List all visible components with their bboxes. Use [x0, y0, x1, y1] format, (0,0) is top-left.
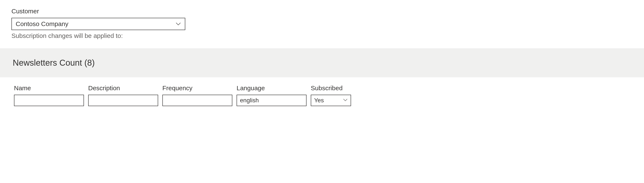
filter-input-frequency[interactable]	[162, 95, 232, 106]
newsletters-section-header: Newsletters Count (8)	[0, 48, 644, 77]
chevron-down-icon	[176, 21, 181, 27]
customer-dropdown-value: Contoso Company	[16, 20, 176, 27]
filter-input-description[interactable]	[88, 95, 158, 106]
filter-label-language: Language	[236, 85, 306, 92]
filter-input-name[interactable]	[14, 95, 84, 106]
customer-dropdown[interactable]: Contoso Company	[12, 18, 185, 30]
filter-col-subscribed: Subscribed Yes	[311, 85, 351, 106]
customer-field-group: Customer Contoso Company Subscription ch…	[0, 8, 644, 39]
filter-col-name: Name	[14, 85, 84, 106]
customer-label: Customer	[12, 8, 632, 15]
filter-label-name: Name	[14, 85, 84, 92]
filter-col-language: Language	[236, 85, 306, 106]
filter-label-frequency: Frequency	[162, 85, 232, 92]
filter-select-subscribed-value: Yes	[314, 97, 343, 104]
filter-input-language[interactable]	[236, 95, 306, 106]
customer-helper-text: Subscription changes will be applied to:	[12, 32, 632, 39]
chevron-down-icon	[343, 97, 348, 104]
newsletters-section-title: Newsletters Count (8)	[13, 58, 631, 68]
filter-select-subscribed[interactable]: Yes	[311, 95, 351, 106]
filter-row: Name Description Frequency Language Subs…	[0, 77, 644, 106]
filter-label-description: Description	[88, 85, 158, 92]
filter-label-subscribed: Subscribed	[311, 85, 351, 92]
filter-col-description: Description	[88, 85, 158, 106]
filter-col-frequency: Frequency	[162, 85, 232, 106]
